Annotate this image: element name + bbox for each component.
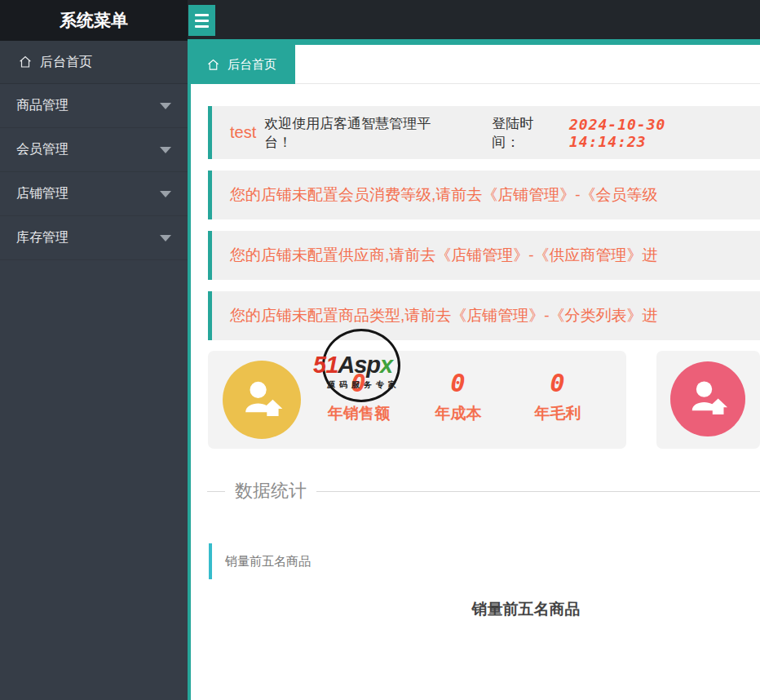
- login-time-value: 2024-10-30 14:14:23: [569, 116, 752, 150]
- avatar-circle-pink: [670, 361, 745, 436]
- topbar-accent-line: [188, 39, 760, 45]
- user-arrow-icon: [684, 375, 731, 422]
- stat-columns: 0 年销售额 0 年成本 0 年毛利: [309, 351, 608, 449]
- stat-value: 0: [351, 370, 366, 397]
- alert-category: 您的店铺未配置商品类型,请前去《店铺管理》-《分类列表》进: [208, 291, 760, 340]
- home-icon: [18, 55, 33, 69]
- stat-label: 年毛利: [535, 403, 581, 424]
- tab-bar: 后台首页: [188, 45, 760, 84]
- stat-card-secondary: [656, 351, 760, 449]
- chart-title: 销量前五名商品: [188, 599, 760, 620]
- tab-label: 后台首页: [228, 57, 276, 73]
- alert-text: 您的店铺未配置商品类型,请前去《店铺管理》-《分类列表》进: [230, 305, 658, 326]
- stat-year-cost: 0 年成本: [409, 351, 508, 449]
- sidebar-item-members[interactable]: 会员管理: [0, 128, 188, 172]
- sidebar-toggle-button[interactable]: [188, 5, 215, 36]
- main-area: 后台首页 test 欢迎使用店客通智慧管理平台！ 登陆时间： 2024-10-3…: [188, 0, 760, 700]
- username: test: [230, 123, 256, 142]
- home-icon: [206, 58, 220, 72]
- sidebar-item-inventory[interactable]: 库存管理: [0, 216, 188, 260]
- sidebar-item-home[interactable]: 后台首页: [0, 41, 188, 84]
- sidebar-item-store[interactable]: 店铺管理: [0, 172, 188, 216]
- tab-home[interactable]: 后台首页: [188, 45, 295, 84]
- top5-chart: 销量前五名商品: [188, 599, 760, 620]
- stat-year-profit: 0 年毛利: [508, 351, 608, 449]
- content-left-accent: [188, 39, 191, 700]
- topbar: [188, 0, 760, 39]
- alert-text: 您的店铺未配置供应商,请前去《店铺管理》-《供应商管理》进: [230, 245, 658, 266]
- caret-down-icon: [160, 147, 171, 153]
- sidebar-item-label: 店铺管理: [16, 185, 68, 202]
- stat-value: 0: [550, 370, 565, 397]
- content-scroll[interactable]: test 欢迎使用店客通智慧管理平台！ 登陆时间： 2024-10-30 14:…: [188, 84, 760, 700]
- section-divider: 数据统计: [188, 479, 760, 503]
- alert-member-level: 您的店铺未配置会员消费等级,请前去《店铺管理》-《会员等级: [208, 171, 760, 219]
- stats-row: 0 年销售额 0 年成本 0 年毛利: [208, 351, 760, 449]
- welcome-message: 欢迎使用店客通智慧管理平台！: [264, 114, 457, 152]
- sidebar-item-label: 商品管理: [16, 97, 68, 114]
- stat-year-sales: 0 年销售额: [309, 351, 409, 449]
- stat-label: 年销售额: [328, 403, 390, 424]
- sidebar-item-label: 库存管理: [16, 229, 68, 246]
- caret-down-icon: [160, 235, 171, 241]
- alert-supplier: 您的店铺未配置供应商,请前去《店铺管理》-《供应商管理》进: [208, 231, 760, 280]
- alert-text: 您的店铺未配置会员消费等级,请前去《店铺管理》-《会员等级: [230, 184, 658, 206]
- caret-down-icon: [160, 103, 171, 109]
- divider-line: [207, 491, 225, 492]
- sidebar-title: 系统菜单: [0, 0, 188, 41]
- stat-value: 0: [450, 370, 466, 397]
- avatar-circle-yellow: [223, 361, 301, 439]
- user-arrow-icon: [237, 375, 286, 424]
- divider-line: [316, 491, 760, 492]
- section-title: 数据统计: [235, 479, 307, 503]
- panel-header-top5: 销量前五名商品: [209, 543, 760, 579]
- panel-header-label: 销量前五名商品: [225, 554, 311, 569]
- sidebar-item-label: 会员管理: [16, 141, 68, 158]
- stat-label: 年成本: [435, 403, 482, 424]
- sidebar: 系统菜单 后台首页 商品管理 会员管理 店铺管理 库存管理: [0, 0, 188, 700]
- login-time-label: 登陆时间：: [492, 114, 561, 152]
- sidebar-item-products[interactable]: 商品管理: [0, 84, 188, 128]
- hamburger-icon: [195, 14, 209, 16]
- sidebar-item-label: 后台首页: [40, 54, 92, 71]
- welcome-banner: test 欢迎使用店客通智慧管理平台！ 登陆时间： 2024-10-30 14:…: [208, 106, 760, 159]
- app-window: 系统菜单 后台首页 商品管理 会员管理 店铺管理 库存管理: [0, 0, 760, 700]
- stat-card-yearly: 0 年销售额 0 年成本 0 年毛利: [208, 351, 626, 449]
- caret-down-icon: [160, 191, 171, 197]
